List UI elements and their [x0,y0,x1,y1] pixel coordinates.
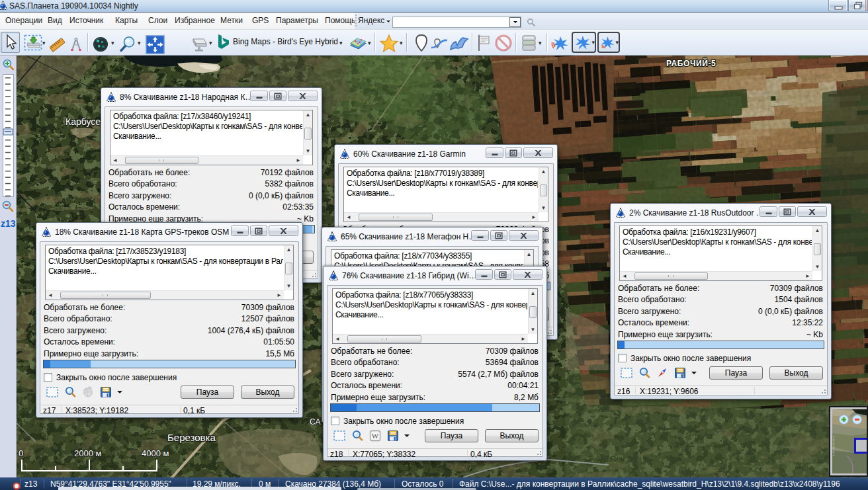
svg-text:Березовка: Березовка [167,432,216,443]
svg-text:2000 м: 2000 м [74,448,102,458]
svg-text:СА: СА [310,417,320,427]
svg-text:0: 0 [19,448,23,458]
svg-text:W: W [372,432,379,440]
svg-text:РАБОЧИЙ-5: РАБОЧИЙ-5 [666,58,716,68]
svg-text:4000 м: 4000 м [142,448,169,458]
